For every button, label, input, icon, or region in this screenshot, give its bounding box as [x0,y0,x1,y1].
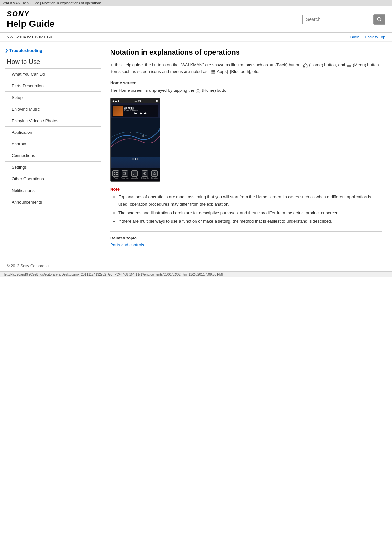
sidebar-item-what-you-can-do[interactable]: What You Can Do [5,69,101,80]
svg-rect-13 [214,73,215,74]
music-info: 24 hours Mayu Wakisaka ⏮ ▶ ⏭ [124,107,157,115]
phone-signal: ▲▲▲ [112,100,120,102]
sidebar-item-announcements[interactable]: Announcements [5,196,101,208]
svg-rect-7 [214,70,215,71]
svg-rect-6 [213,70,214,71]
subheader: NWZ-Z1040/Z1050/Z1060 Back | Back to Top [0,33,392,42]
svg-rect-11 [212,73,213,74]
apps-icon-shape [112,170,119,177]
apps-grid-icon [211,69,216,74]
menu-button-icon [346,63,352,68]
favorites-icon [153,172,156,175]
svg-rect-5 [212,70,213,71]
search-button[interactable] [374,14,385,25]
header-branding: SONY Help Guide [7,10,55,29]
sidebar-item-settings[interactable]: Settings [5,162,101,173]
svg-rect-20 [116,174,118,175]
svg-rect-17 [114,172,115,173]
dot-3 [137,158,138,160]
phone-nav-dots [111,157,160,161]
browser-footer: file:///F|/...20and%20Settings/editorala… [0,272,392,277]
note-item-2: The screens and illustrations herein are… [118,209,382,217]
sidebar-item-enjoying-videos-photos[interactable]: Enjoying Videos / Photos [5,115,101,127]
favorites-label: Favorites [151,177,158,179]
phone-battery: ▣ [156,100,158,102]
svg-rect-18 [116,172,118,173]
svg-point-15 [142,135,144,137]
note-section: Note Explanations of operations are made… [110,187,382,225]
svg-rect-21 [123,172,126,175]
home-screen-heading: Home screen [110,80,382,85]
svg-rect-4 [347,66,351,67]
svg-rect-19 [114,174,115,175]
dot-2 [135,158,136,160]
next-icon: ⏭ [144,111,147,115]
phone-music-widget: 24 hours Mayu Wakisaka ⏮ ▶ ⏭ [112,105,158,117]
apps-label: Apps [114,177,118,179]
page-footer: © 2012 Sony Corporation [0,257,392,271]
music-icon-shape: ♪ [131,170,138,177]
svg-rect-8 [212,71,213,73]
note-list: Explanations of operations are made assu… [110,194,382,225]
sidebar-item-notifications[interactable]: Notifications [5,185,101,196]
svg-rect-12 [213,73,214,74]
svg-rect-2 [347,64,351,64]
back-button-icon [269,63,274,68]
search-area [302,14,385,25]
original-icon [143,172,147,175]
wallpaper-svg [111,118,160,157]
note-item-1: Explanations of operations are made assu… [118,194,382,208]
sidebar-item-setup[interactable]: Setup [5,92,101,103]
sidebar-item-android[interactable]: Android [5,138,101,150]
page-title: Notation in explanations of operations [110,48,382,57]
sidebar-item-other-operations[interactable]: Other Operations [5,173,101,185]
phone-taskbar: Apps Video play [111,168,160,181]
svg-rect-3 [347,65,351,66]
music-title: 24 hours [124,107,157,109]
sidebar-item-enjoying-music[interactable]: Enjoying Music [5,103,101,115]
phone-status-bar: ▲▲▲ 12:01 ▣ [111,98,160,103]
sidebar-item-application[interactable]: Application [5,127,101,138]
copyright: © 2012 Sony Corporation [7,264,385,268]
back-to-top-link[interactable]: Back to Top [365,35,385,39]
main-layout: Troubleshooting How to Use What You Can … [0,42,392,257]
content-intro: In this Help guide, the buttons on the "… [110,62,382,75]
play-icon: ▶ [140,111,142,115]
note-item-3: If there are multiple ways to use a func… [118,218,382,225]
prev-icon: ⏮ [134,111,138,115]
taskbar-apps: Apps [112,170,119,179]
site-header: SONY Help Guide [0,6,392,33]
taskbar-original: Original al... [141,170,149,179]
related-topic-label: Related topic [110,236,382,240]
svg-point-25 [144,173,145,174]
sidebar-how-to-use-heading: How to Use [7,58,101,66]
home-button-icon [303,63,308,68]
parts-and-controls-link[interactable]: Parts and controls [110,242,144,247]
home-button-icon-2 [196,88,201,93]
original-label: Original al... [141,177,149,179]
search-icon [377,17,382,22]
taskbar-favorites: Favorites [151,170,158,179]
music-label: Music play [131,177,139,179]
video-icon-shape [122,170,128,177]
sidebar: Troubleshooting How to Use What You Can … [0,42,101,257]
browser-title: WALKMAN Help Guide | Notation in explana… [3,1,101,5]
content-area: Notation in explanations of operations I… [101,42,392,257]
sidebar-item-parts-description[interactable]: Parts Description [5,80,101,92]
search-input[interactable] [302,15,374,24]
device-model: NWZ-Z1040/Z1050/Z1060 [7,35,52,39]
help-guide-title: Help Guide [7,19,55,29]
sidebar-troubleshooting-link[interactable]: Troubleshooting [5,48,101,53]
back-link[interactable]: Back [350,35,359,39]
svg-point-0 [377,17,380,20]
sidebar-item-connections[interactable]: Connections [5,150,101,162]
svg-marker-26 [153,172,156,175]
favorites-icon-shape [151,170,158,177]
browser-titlebar: WALKMAN Help Guide | Notation in explana… [0,0,392,6]
phone-time: 12:01 [134,100,141,102]
svg-rect-9 [213,71,214,73]
svg-text:♪: ♪ [133,172,135,175]
music-artist: Mayu Wakisaka [124,109,157,111]
home-screen-desc: The Home screen is displayed by tapping … [110,87,382,94]
svg-line-1 [380,20,381,21]
